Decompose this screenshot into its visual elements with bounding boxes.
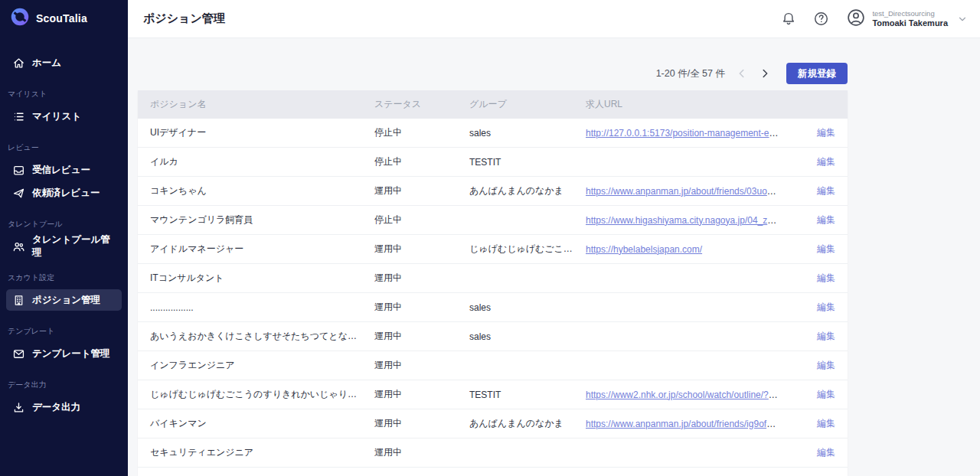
sidebar-section-talentpool: タレントプール [0,219,128,230]
column-header-position-name: ポジション名 [138,98,374,111]
table-row: じゅげむじゅげむごこうのすりきれかいじゃりすいぎょのすいぎょうまつうんらい...… [138,380,848,409]
position-status: 運用中 [374,359,469,372]
sidebar-item-label: テンプレート管理 [32,347,109,360]
chevron-down-icon [957,14,968,24]
table-header-row: ポジション名 ステータス グループ 求人URL [138,90,848,119]
pagination-label: 1-20 件/全 57 件 [656,67,725,80]
sidebar-item-talentpool[interactable]: タレントプール管理 [6,236,122,257]
table-row: マウンテンゴリラ飼育員 停止中 https://www.higashiyama.… [138,206,848,235]
job-url-link[interactable]: https://www.anpanman.jp/about/friends/03… [586,186,789,197]
table-row: あいうえおかきくけこさしすせそたちつてとなにぬねのはひふえほまみむめもや... … [138,322,848,351]
edit-link[interactable]: 編集 [817,156,835,167]
sidebar-item-position-management[interactable]: ポジション管理 [6,289,122,311]
sidebar-nav: ホーム マイリスト マイリスト レビュー [0,37,128,419]
edit-link[interactable]: 編集 [817,243,835,254]
position-status: 運用中 [374,417,469,430]
page-title: ポジション管理 [143,11,225,26]
edit-link[interactable]: 編集 [817,389,835,399]
sidebar-item-data-export[interactable]: データ出力 [6,396,122,418]
pagination-prev-icon[interactable] [736,67,748,80]
user-menu[interactable]: test_Directsourcing Tomoaki Takemura [846,8,968,31]
sidebar-item-label: 受信レビュー [32,164,90,177]
position-group: sales [469,128,586,139]
position-name: あいうえおかきくけこさしすせそたちつてとなにぬねのはひふえほまみむめもや... [138,330,374,343]
edit-link[interactable]: 編集 [817,127,835,138]
edit-link[interactable]: 編集 [817,302,835,312]
job-url-link[interactable]: http://127.0.0.1:5173/position-managemen… [586,128,789,139]
user-info: test_Directsourcing Tomoaki Takemura [872,9,948,29]
edit-link[interactable]: 編集 [817,185,835,196]
sidebar-item-label: ポジション管理 [32,294,100,307]
position-name: コキンちゃん [138,184,374,197]
edit-link[interactable]: 編集 [817,272,835,283]
position-group: あんぱんまんのなかま [469,184,586,197]
position-status: 停止中 [374,214,469,227]
app-logo[interactable]: ScouTalia [0,0,128,37]
send-icon [12,187,25,200]
column-header-job-url: 求人URL [586,98,789,111]
sidebar-section-review: レビュー [0,142,128,153]
position-name: イルカ [138,155,374,168]
table-row: ITコンサルタント 運用中 編集 [138,264,848,293]
position-name: マウンテンゴリラ飼育員 [138,214,374,227]
edit-link[interactable]: 編集 [817,214,835,225]
download-icon [12,401,25,414]
table-row: ................. 運用中 sales 編集 [138,293,848,322]
sidebar-item-requested-review[interactable]: 依頼済レビュー [6,182,122,204]
toolbar: 1-20 件/全 57 件 新規登録 [138,63,848,84]
sidebar-section-template: テンプレート [0,326,128,337]
position-status: 停止中 [374,155,469,168]
app-name: ScouTalia [36,12,87,24]
column-header-group: グループ [469,98,586,111]
pagination-next-icon[interactable] [759,67,771,80]
sidebar-item-inbox-review[interactable]: 受信レビュー [6,159,122,181]
job-url-link[interactable]: https://www2.nhk.or.jp/school/watch/outl… [586,390,789,400]
sidebar-section-data-export: データ出力 [0,380,128,390]
building-icon [12,294,25,307]
position-status: 運用中 [374,243,469,256]
edit-link[interactable]: 編集 [817,418,835,429]
new-registration-button[interactable]: 新規登録 [786,63,848,84]
user-org: test_Directsourcing [872,9,948,18]
user-name: Tomoaki Takemura [872,18,948,29]
job-url-link[interactable]: https://hybelabelsjapan.com/ [586,244,702,255]
edit-link[interactable]: 編集 [817,360,835,370]
content: 1-20 件/全 57 件 新規登録 ポジション名 ステータス グループ 求人U… [128,38,980,476]
table-row: セキュリティエンジニア 運用中 編集 [138,439,848,468]
main-area: ポジション管理 [128,0,980,476]
people-icon [12,240,25,253]
position-group: TESTIT [469,157,586,168]
edit-link[interactable]: 編集 [817,331,835,341]
inbox-icon [12,164,25,177]
position-name: セキュリティエンジニア [138,446,374,459]
edit-link[interactable]: 編集 [817,447,835,458]
sidebar-item-label: ホーム [32,57,61,70]
sidebar-item-label: マイリスト [32,110,81,123]
sidebar-item-home[interactable]: ホーム [6,52,122,73]
position-status: 運用中 [374,301,469,314]
table-row: バイキンマン 運用中 あんぱんまんのなかま https://www.anpanm… [138,409,848,439]
position-status: 運用中 [374,446,469,459]
help-icon[interactable] [813,11,829,27]
position-group: あんぱんまんのなかま [469,417,586,430]
job-url-link[interactable]: https://www.anpanman.jp/about/friends/ig… [586,419,789,429]
table-body: UIデザイナー 停止中 sales http://127.0.0.1:5173/… [138,119,848,468]
sidebar-item-label: タレントプール管理 [32,233,116,259]
position-name: アイドルマネージャー [138,243,374,256]
sidebar-item-template[interactable]: テンプレート管理 [6,343,122,364]
top-bar: ポジション管理 [128,0,980,38]
scoutalia-logo-icon [10,7,30,30]
position-status: 運用中 [374,272,469,285]
position-name: じゅげむじゅげむごこうのすりきれかいじゃりすいぎょのすいぎょうまつうんらい... [138,388,374,401]
sidebar-item-label: データ出力 [32,401,80,414]
position-name: ................. [138,302,374,313]
position-group: sales [469,302,586,313]
positions-table: ポジション名 ステータス グループ 求人URL UIデザイナー 停止中 sale… [138,90,848,476]
sidebar-item-mylist[interactable]: マイリスト [6,106,122,127]
avatar-icon [846,8,866,31]
position-group: sales [469,331,586,342]
position-status: 運用中 [374,330,469,343]
job-url-link[interactable]: https://www.higashiyama.city.nagoya.jp/0… [586,215,789,226]
notifications-bell-icon[interactable] [781,11,796,27]
sidebar-section-mylist: マイリスト [0,89,128,99]
